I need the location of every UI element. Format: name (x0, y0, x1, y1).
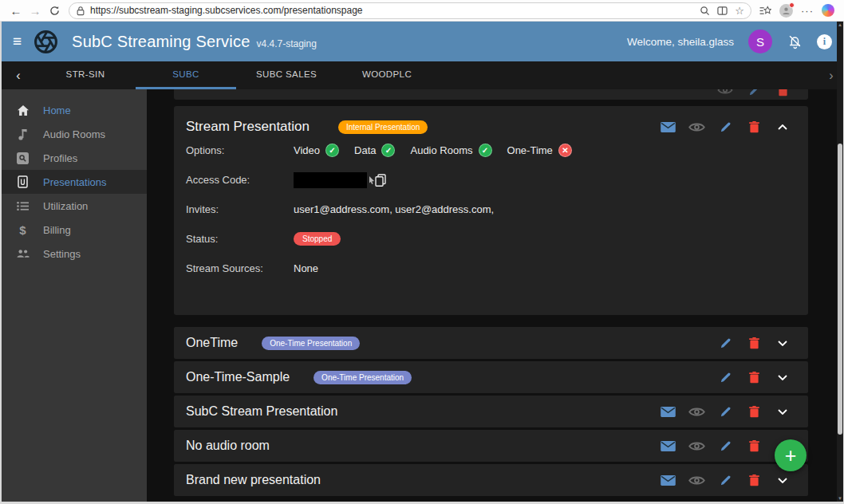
stream-sources-value: None (294, 262, 318, 274)
email-icon[interactable] (661, 122, 676, 132)
delete-icon[interactable] (778, 89, 788, 96)
option-label: One-Time (507, 144, 553, 156)
info-button[interactable]: i (817, 34, 832, 49)
browser-profile-avatar[interactable] (779, 4, 793, 18)
browser-forward-button[interactable]: → (26, 2, 45, 19)
sidebar-item-audio-rooms[interactable]: Audio Rooms (2, 122, 147, 146)
scrollbar-up-arrow[interactable]: ▲ (837, 22, 843, 27)
browser-toolbar: ← → https://subcstream-staging.subcservi… (0, 0, 844, 22)
search-icon[interactable] (700, 6, 710, 16)
view-icon[interactable] (688, 407, 705, 417)
access-code-row: Access Code: (174, 165, 808, 195)
view-icon[interactable] (717, 89, 733, 95)
internal-presentation-badge: Internal Presentation (338, 120, 428, 134)
email-icon[interactable] (661, 407, 676, 417)
scrollbar-down-arrow[interactable]: ▼ (837, 496, 843, 501)
tab-subc-sales[interactable]: SUBC SALES (236, 61, 337, 89)
sidebar-item-billing[interactable]: $ Billing (2, 218, 147, 242)
edit-icon[interactable] (720, 474, 732, 486)
stream-sources-label: Stream Sources: (186, 262, 294, 274)
user-avatar[interactable]: S (748, 30, 772, 53)
presentation-row-brand-new-presentation[interactable]: Brand new presentation (174, 464, 808, 496)
option-audio-rooms: Audio Rooms ✓ (410, 144, 491, 157)
option-label: Data (354, 144, 376, 156)
sidebar-item-home[interactable]: Home (2, 98, 147, 122)
email-icon[interactable] (661, 475, 676, 486)
delete-icon[interactable] (749, 337, 759, 349)
notifications-off-icon[interactable] (787, 33, 803, 49)
scrollbar-thumb[interactable] (838, 144, 842, 435)
edit-icon[interactable] (720, 440, 732, 452)
tabs-scroll-left-button[interactable]: ‹ (2, 69, 35, 83)
company-tab-bar: ‹ STR-SIN SUBC DEVELOPMENT SUBC SALES WO… (2, 61, 843, 89)
edit-icon[interactable] (720, 406, 732, 418)
sidebar: Home Audio Rooms (2, 89, 147, 502)
url-text: https://subcstream-staging.subcservices.… (90, 5, 695, 16)
status-row: Status: Stopped (174, 224, 808, 254)
option-label: Audio Rooms (410, 144, 472, 156)
presentation-title: OneTime (186, 336, 238, 350)
address-bar[interactable]: https://subcstream-staging.subcservices.… (69, 2, 751, 19)
collapse-chevron-icon[interactable] (778, 124, 787, 130)
tab-str-sin[interactable]: STR-SIN (35, 61, 136, 89)
sidebar-item-label: Presentations (43, 176, 107, 188)
view-icon[interactable] (688, 441, 705, 451)
delete-icon[interactable] (749, 372, 759, 384)
sidebar-item-label: Utilization (43, 200, 88, 212)
expand-chevron-icon[interactable] (778, 478, 787, 483)
view-icon[interactable] (688, 475, 705, 486)
expand-chevron-icon[interactable] (778, 341, 787, 346)
favorites-bar-icon[interactable] (759, 6, 771, 16)
copy-access-code-button[interactable] (375, 174, 386, 187)
sidebar-item-utilization[interactable]: Utilization (2, 194, 147, 218)
check-circle-icon: ✓ (325, 144, 339, 157)
browser-menu-button[interactable]: ··· (801, 5, 814, 17)
one-time-presentation-badge: One-Time Presentation (314, 371, 412, 384)
app-header: ≡ SubC Streaming Service v4.4.7-staging … (2, 22, 843, 61)
check-circle-icon: ✓ (381, 144, 395, 157)
option-one-time: One-Time ✕ (507, 144, 572, 157)
list-icon (16, 201, 30, 211)
sidebar-item-presentations[interactable]: Presentations (2, 170, 147, 194)
sidebar-item-profiles[interactable]: Profiles (2, 146, 147, 170)
sidebar-item-settings[interactable]: Settings (2, 242, 147, 266)
sidebar-item-label: Profiles (43, 152, 77, 164)
browser-refresh-button[interactable] (45, 2, 64, 19)
presentation-row-onetime[interactable]: OneTime One-Time Presentation (174, 327, 808, 359)
options-label: Options: (186, 144, 294, 156)
copilot-icon[interactable] (822, 4, 834, 17)
presentation-row-subc-stream-presentation[interactable]: SubC Stream Presentation (174, 396, 808, 427)
tab-subc-development[interactable]: SUBC DEVELOPMENT (136, 61, 236, 89)
page-scrollbar: ▲ ▼ (837, 22, 843, 502)
presentation-title: Brand new presentation (186, 473, 321, 487)
presentation-row-one-time-sample[interactable]: One-Time-Sample One-Time Presentation (174, 361, 808, 393)
view-icon[interactable] (688, 122, 705, 132)
home-icon (16, 104, 30, 116)
edit-icon[interactable] (720, 121, 732, 133)
sidebar-item-label: Audio Rooms (43, 128, 105, 140)
check-circle-icon: ✓ (479, 144, 492, 157)
browser-back-button[interactable]: ← (6, 2, 26, 19)
presentations-list: OneTime One-Time Presentation O (174, 327, 808, 498)
edit-icon[interactable] (720, 372, 732, 384)
menu-hamburger-button[interactable]: ≡ (13, 33, 22, 50)
edit-icon[interactable] (720, 337, 732, 349)
add-presentation-button[interactable]: + (775, 439, 807, 471)
split-screen-icon[interactable] (717, 6, 728, 16)
presentation-row-no-audio-room[interactable]: No audio room (174, 430, 808, 462)
invites-row: Invites: user1@address.com, user2@addres… (174, 195, 808, 224)
delete-icon[interactable] (749, 440, 759, 452)
delete-icon[interactable] (749, 121, 759, 133)
presentation-card-stream-presentation: Stream Presentation Internal Presentatio… (174, 106, 808, 315)
delete-icon[interactable] (749, 406, 759, 418)
expand-chevron-icon[interactable] (778, 375, 787, 380)
tab-woodplc[interactable]: WOODPLC (337, 61, 437, 89)
expand-chevron-icon[interactable] (778, 409, 787, 415)
delete-icon[interactable] (749, 474, 759, 486)
favorite-star-icon[interactable]: ☆ (735, 5, 744, 17)
email-icon[interactable] (661, 441, 676, 451)
presentation-file-icon (16, 175, 30, 188)
edit-icon[interactable] (748, 89, 760, 96)
screen: ← → https://subcstream-staging.subcservi… (0, 0, 844, 504)
invites-label: Invites: (186, 203, 294, 215)
